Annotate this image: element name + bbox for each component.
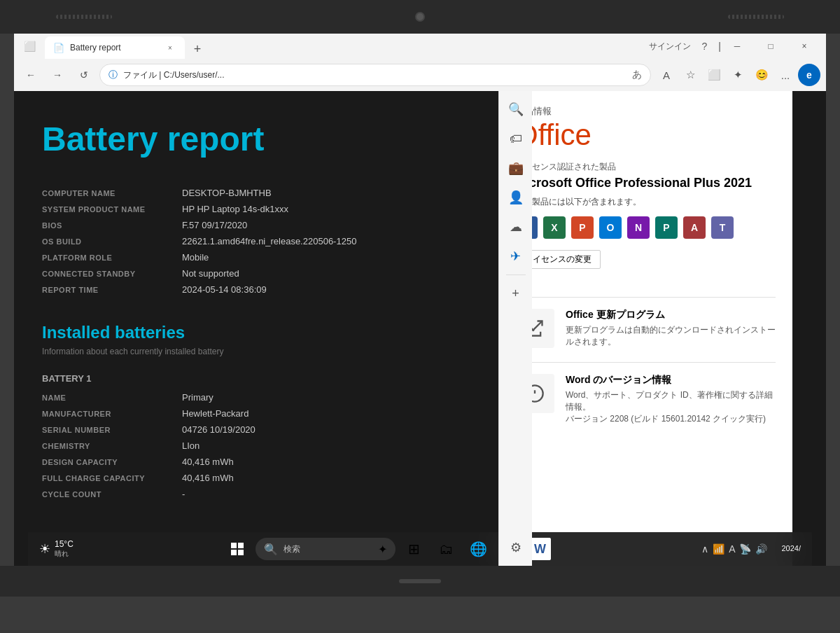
connected-standby-value: Not supported <box>182 268 239 279</box>
sys-icons: ∧ 📶 A 📡 🔊 <box>696 543 773 555</box>
info-icon: ⓘ <box>108 69 118 81</box>
close-btn[interactable]: × <box>788 35 820 57</box>
access-icon: A <box>683 216 706 239</box>
search-box[interactable]: 🔍 検索 ✦ <box>255 538 396 560</box>
volume-icon[interactable]: 🔊 <box>755 543 767 555</box>
report-time-row: REPORT TIME 2024-05-14 08:36:09 <box>42 284 470 295</box>
zoom-btn[interactable]: A <box>655 64 678 86</box>
weather-widget[interactable]: ☀ 15°C 晴れ <box>34 539 79 559</box>
sidebar-settings-icon[interactable]: ⚙ <box>503 535 528 560</box>
copilot-search-icon: ✦ <box>378 543 387 556</box>
platform-role-label: PLATFORM ROLE <box>42 253 182 262</box>
battery-serial-row: SERIAL NUMBER 04726 10/19/2020 <box>42 424 470 435</box>
sidebar-collections-icon[interactable]: 💼 <box>503 155 528 181</box>
sidebar-add-icon[interactable]: + <box>503 281 528 306</box>
connected-standby-label: CONNECTED STANDBY <box>42 270 182 278</box>
more-btn[interactable]: ... <box>774 64 797 86</box>
battery-full-charge-row: FULL CHARGE CAPACITY 40,416 mWh <box>42 473 470 483</box>
speaker-left <box>56 15 112 19</box>
tab-page-icon: 📄 <box>53 43 64 53</box>
new-tab-btn[interactable]: + <box>188 39 207 59</box>
installed-batteries-title: Installed batteries <box>42 323 470 342</box>
font-icon[interactable]: A <box>729 543 735 555</box>
address-bar-row: ← → ↺ ⓘ ファイル | C:/Users/user/... あ A <box>14 59 826 91</box>
version-feature-row: Word のバージョン情報 Word、サポート、プロダクト ID、著作権に関する… <box>515 374 776 424</box>
battery-report-viewport[interactable]: Battery report COMPUTER NAME DESKTOP-BJM… <box>14 91 498 566</box>
refresh-btn[interactable]: ↺ <box>73 64 95 86</box>
weather-icon: ☀ <box>39 541 50 557</box>
bios-label: BIOS <box>42 221 182 230</box>
window-controls-right: ─ □ × <box>721 35 820 57</box>
network-icon[interactable]: 📶 <box>713 543 724 555</box>
profile-btn[interactable]: 😊 <box>750 64 773 86</box>
forward-btn[interactable]: → <box>46 64 69 86</box>
update-feature-content: Office 更新プログラム 更新プログラムは自動的にダウンロードされインストー… <box>566 309 776 348</box>
signin-btn[interactable]: サインイン <box>649 41 691 53</box>
camera-bar <box>0 0 840 34</box>
maximize-btn[interactable]: □ <box>755 35 787 57</box>
start-btn[interactable] <box>223 535 251 563</box>
split-btn[interactable]: ⬜ <box>703 64 725 86</box>
version-feature-content: Word のバージョン情報 Word、サポート、プロダクト ID、著作権に関する… <box>566 374 776 424</box>
back-btn[interactable]: ← <box>20 64 42 86</box>
feedback-icon[interactable]: ? <box>702 41 708 52</box>
app-icons-row: W X P O N P A T <box>515 216 776 239</box>
battery-name-label: NAME <box>42 394 182 402</box>
tabs-area: 📄 Battery report × + <box>45 34 649 59</box>
taskbar-word[interactable]: W <box>528 538 551 560</box>
sidebar-favorites-icon[interactable]: 🏷 <box>503 126 528 151</box>
toolbar-icons: A ☆ ⬜ ✦ 😊 ... e <box>655 64 820 86</box>
battery1-header: BATTERY 1 <box>42 373 470 384</box>
taskbar-widgets[interactable]: ⊞ <box>400 535 428 563</box>
new-window-btn[interactable]: ⬜ <box>20 36 39 56</box>
office-brand: Office <box>515 120 776 150</box>
copilot-btn[interactable]: e <box>798 64 820 86</box>
hidden-icons-btn[interactable]: ∧ <box>701 543 708 555</box>
bios-value: F.57 09/17/2020 <box>182 220 247 230</box>
computer-name-label: COMPUTER NAME <box>42 189 182 197</box>
content-area: Battery report COMPUTER NAME DESKTOP-BJM… <box>14 91 826 566</box>
favorites-btn[interactable]: ☆ <box>679 64 701 86</box>
collections-btn[interactable]: ✦ <box>727 64 749 86</box>
version-desc: Word、サポート、プロダクト ID、著作権に関する詳細情報。 <box>566 389 776 413</box>
taskbar-left: ☀ 15°C 晴れ <box>34 539 79 559</box>
battery-manufacturer-row: MANUFACTURER Hewlett-Packard <box>42 408 470 419</box>
sidebar-search-icon[interactable]: 🔍 <box>503 97 528 122</box>
sidebar-onedrive-icon[interactable]: ☁ <box>503 214 528 239</box>
sidebar-copilot-icon[interactable]: ✈ <box>503 244 528 269</box>
system-product-row: SYSTEM PRODUCT NAME HP HP Laptop 14s-dk1… <box>42 204 470 214</box>
search-glass-icon: 🔍 <box>264 543 278 556</box>
system-info-table: COMPUTER NAME DESKTOP-BJMHTHB SYSTEM PRO… <box>42 188 470 295</box>
camera <box>415 12 425 22</box>
tab-close-btn[interactable]: × <box>164 41 176 54</box>
os-build-value: 22621.1.amd64fre.ni_release.220506-1250 <box>182 236 356 246</box>
sidebar-profile-icon[interactable]: 👤 <box>503 185 528 210</box>
battery-name-row: NAME Primary <box>42 392 470 403</box>
platform-role-row: PLATFORM ROLE Mobile <box>42 252 470 263</box>
weather-condition: 晴れ <box>55 549 74 559</box>
weather-temp: 15°C <box>55 539 74 549</box>
battery-chemistry-row: CHEMISTRY LIon <box>42 440 470 451</box>
clock[interactable]: 2024/ <box>776 543 806 554</box>
taskbar-file-explorer[interactable]: 🗂 <box>432 535 460 563</box>
bottom-bezel <box>0 566 840 597</box>
system-product-value: HP HP Laptop 14s-dk1xxx <box>182 204 288 214</box>
wifi-icon[interactable]: 📡 <box>739 543 751 555</box>
minimize-btn[interactable]: ─ <box>721 35 753 57</box>
battery-design-cap-row: DESIGN CAPACITY 40,416 mWh <box>42 457 470 467</box>
title-bar: ⬜ 📄 Battery report × + サインイン ? | <box>14 34 826 59</box>
address-text: ファイル | C:/Users/user/... <box>123 69 626 81</box>
version-title: Word のバージョン情報 <box>566 374 776 387</box>
battery-name-value: Primary <box>182 392 214 403</box>
taskbar-edge[interactable]: 🌐 <box>464 535 492 563</box>
edge-sidebar: 🔍 🏷 💼 👤 ☁ ✈ + ⚙ <box>498 91 532 566</box>
reading-mode-icon[interactable]: あ <box>632 69 642 81</box>
system-product-label: SYSTEM PRODUCT NAME <box>42 205 182 214</box>
svg-rect-4 <box>238 543 244 548</box>
address-bar[interactable]: ⓘ ファイル | C:/Users/user/... あ <box>99 64 651 86</box>
active-tab[interactable]: 📄 Battery report × <box>45 36 185 59</box>
svg-rect-6 <box>238 550 244 555</box>
clock-time: 2024/ <box>781 543 801 554</box>
onenote-icon: N <box>627 216 650 239</box>
search-text: 検索 <box>284 543 300 555</box>
